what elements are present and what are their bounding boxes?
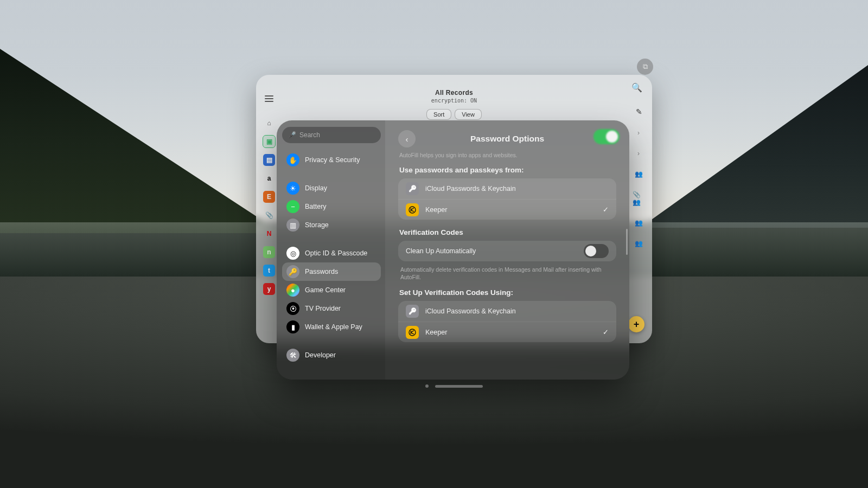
wallet-icon: ▮ bbox=[286, 320, 299, 333]
key-icon bbox=[406, 182, 419, 195]
sidebar-item-label: Storage bbox=[305, 221, 329, 229]
sidebar-item-display[interactable]: ☀Display bbox=[282, 179, 381, 197]
sidebar-item-label: Optic ID & Passcode bbox=[305, 249, 367, 257]
list-affordance[interactable]: 👥 bbox=[635, 219, 643, 227]
attach-icon[interactable]: 📎 bbox=[263, 209, 275, 221]
sidebar-item-label: Battery bbox=[305, 203, 327, 210]
search-icon[interactable]: 🔍 bbox=[631, 82, 642, 93]
svg-point-0 bbox=[409, 207, 416, 213]
etsy-icon[interactable]: E bbox=[263, 191, 275, 203]
battery-icon: − bbox=[286, 200, 299, 213]
cleanup-group: Clean Up Automatically bbox=[398, 241, 616, 261]
sidebar-item-label: Developer bbox=[305, 351, 336, 359]
records-title: All Records bbox=[256, 89, 652, 97]
sidebar-item-label: Privacy & Security bbox=[305, 156, 360, 164]
tv-provider-icon: ⦿ bbox=[286, 302, 299, 315]
sidebar-item-game-center[interactable]: ●Game Center bbox=[282, 281, 381, 299]
settings-detail: ‹ Password Options AutoFill helps you si… bbox=[385, 120, 629, 380]
provider-label: Keeper bbox=[425, 206, 596, 214]
setup-provider-label: Keeper bbox=[425, 329, 596, 336]
records-mini-sidebar: ⌂▣▤aE📎Nnty bbox=[261, 117, 277, 295]
wallpaper-trees-right bbox=[640, 65, 868, 228]
sidebar-item-optic-id[interactable]: ◎Optic ID & Passcode bbox=[282, 244, 381, 262]
sidebar-item-label: TV Provider bbox=[305, 305, 341, 312]
setup-label: Set Up Verification Codes Using: bbox=[399, 288, 616, 297]
records-subtitle: encryption: ON bbox=[256, 98, 652, 104]
sidebar-item-label: Passwords bbox=[305, 268, 338, 275]
yelp-icon[interactable]: y bbox=[263, 283, 275, 295]
sidebar-item-label: Wallet & Apple Pay bbox=[305, 323, 362, 331]
developer-icon: 🛠 bbox=[286, 349, 299, 362]
records-right-rail: ››👥📎 👥👥👥 bbox=[633, 129, 644, 247]
key-icon bbox=[406, 305, 419, 318]
list-affordance[interactable]: 📎 👥 bbox=[633, 191, 644, 206]
scroll-indicator bbox=[626, 229, 628, 255]
wallpaper-trees-left bbox=[0, 49, 282, 233]
checkmark-icon: ✓ bbox=[603, 206, 609, 214]
detail-title: Password Options bbox=[470, 134, 544, 144]
sidebar-item-storage[interactable]: ▥Storage bbox=[282, 216, 381, 234]
verification-label: Verification Codes bbox=[399, 228, 616, 236]
window-grabber[interactable] bbox=[425, 384, 483, 388]
search-input[interactable] bbox=[282, 127, 381, 143]
providers-group: iCloud Passwords & KeychainKeeper✓ bbox=[398, 178, 616, 220]
autofill-help: AutoFill helps you sign into apps and we… bbox=[399, 152, 616, 158]
setup-provider-row-keeper[interactable]: Keeper✓ bbox=[398, 322, 616, 342]
window-overlay-button[interactable]: ⧉ bbox=[637, 59, 653, 75]
view-button[interactable]: View bbox=[455, 109, 482, 120]
back-button[interactable]: ‹ bbox=[398, 130, 416, 147]
sidebar-item-developer[interactable]: 🛠Developer bbox=[282, 346, 381, 364]
green-icon[interactable]: n bbox=[263, 246, 275, 258]
settings-panel: 🎤 ✋Privacy & Security☀Display−Battery▥St… bbox=[277, 120, 629, 380]
game-center-icon: ● bbox=[286, 284, 299, 297]
cleanup-caption: Automatically delete verification codes … bbox=[400, 266, 614, 281]
list-affordance[interactable]: › bbox=[637, 150, 640, 157]
hamburger-icon[interactable] bbox=[265, 95, 273, 102]
list-affordance[interactable]: 👥 bbox=[635, 170, 643, 178]
sort-button[interactable]: Sort bbox=[426, 109, 451, 120]
provider-row-icloud-keychain[interactable]: iCloud Passwords & Keychain bbox=[398, 178, 616, 199]
sidebar-item-label: Display bbox=[305, 184, 327, 192]
netflix-icon[interactable]: N bbox=[263, 228, 275, 240]
optic-id-icon: ◎ bbox=[286, 247, 299, 260]
amazon-icon[interactable]: a bbox=[263, 172, 275, 184]
sidebar-item-privacy-security[interactable]: ✋Privacy & Security bbox=[282, 151, 381, 169]
grabber-dot bbox=[425, 384, 429, 388]
sidebar-item-tv-provider[interactable]: ⦿TV Provider bbox=[282, 299, 381, 318]
files-icon[interactable]: ▤ bbox=[263, 154, 275, 166]
use-from-label: Use passwords and passkeys from: bbox=[399, 166, 616, 174]
cleanup-label: Clean Up Automatically bbox=[406, 247, 577, 255]
twitter-icon[interactable]: t bbox=[263, 265, 275, 277]
edit-icon[interactable]: ✎ bbox=[636, 107, 642, 116]
cleanup-toggle[interactable] bbox=[584, 244, 609, 258]
mic-search-icon: 🎤 bbox=[288, 131, 296, 139]
sidebar-item-battery[interactable]: −Battery bbox=[282, 197, 381, 216]
sidebar-item-label: Game Center bbox=[305, 286, 346, 294]
grabber-bar bbox=[435, 385, 483, 388]
display-icon: ☀ bbox=[286, 182, 299, 195]
cleanup-row[interactable]: Clean Up Automatically bbox=[398, 241, 616, 261]
privacy-security-icon: ✋ bbox=[286, 153, 299, 166]
folder-icon[interactable]: ▣ bbox=[263, 136, 275, 147]
passwords-icon: 🔑 bbox=[286, 265, 299, 278]
keeper-icon bbox=[406, 203, 419, 216]
checkmark-icon: ✓ bbox=[603, 328, 609, 336]
setup-provider-row-icloud-keychain[interactable]: iCloud Passwords & Keychain bbox=[398, 301, 616, 322]
sidebar-item-passwords[interactable]: 🔑Passwords bbox=[282, 262, 381, 281]
sidebar-item-wallet[interactable]: ▮Wallet & Apple Pay bbox=[282, 318, 381, 336]
provider-row-keeper[interactable]: Keeper✓ bbox=[398, 199, 616, 220]
svg-point-1 bbox=[409, 329, 416, 336]
storage-icon: ▥ bbox=[286, 219, 299, 232]
add-button[interactable]: + bbox=[628, 316, 644, 332]
setup-providers-group: iCloud Passwords & KeychainKeeper✓ bbox=[398, 301, 616, 342]
autofill-toggle[interactable] bbox=[593, 129, 620, 144]
list-affordance[interactable]: › bbox=[637, 129, 640, 137]
settings-sidebar: 🎤 ✋Privacy & Security☀Display−Battery▥St… bbox=[277, 120, 385, 380]
home-icon[interactable]: ⌂ bbox=[263, 117, 275, 129]
provider-label: iCloud Passwords & Keychain bbox=[425, 185, 609, 192]
list-affordance[interactable]: 👥 bbox=[635, 240, 643, 247]
keeper-icon bbox=[406, 326, 419, 339]
setup-provider-label: iCloud Passwords & Keychain bbox=[425, 307, 609, 315]
